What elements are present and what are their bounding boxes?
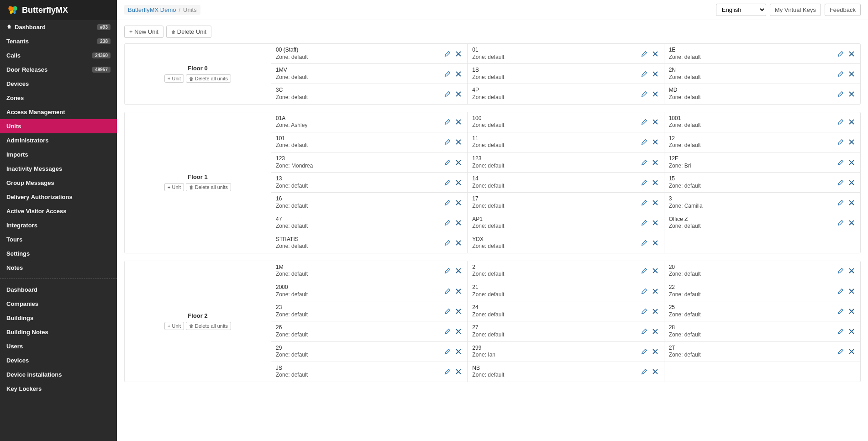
delete-unit-button[interactable] — [454, 239, 463, 247]
delete-unit-button[interactable] — [847, 307, 856, 315]
delete-unit-button[interactable] — [454, 368, 463, 376]
edit-unit-button[interactable] — [836, 70, 845, 78]
feedback-button[interactable]: Feedback — [825, 4, 861, 16]
edit-unit-button[interactable] — [443, 219, 452, 227]
sidebar-item-administrators[interactable]: Administrators — [0, 133, 117, 147]
edit-unit-button[interactable] — [836, 267, 845, 275]
sidebar-item-dashboard[interactable]: Dashboard — [0, 283, 117, 297]
delete-unit-button[interactable] — [454, 307, 463, 315]
sidebar-item-companies[interactable]: Companies — [0, 297, 117, 311]
delete-unit-button[interactable] — [651, 347, 659, 356]
language-select[interactable]: English — [716, 4, 766, 16]
delete-unit-button[interactable] — [454, 327, 463, 336]
delete-all-units-button[interactable]: Delete all units — [186, 322, 231, 330]
delete-unit-button[interactable] — [847, 178, 856, 187]
edit-unit-button[interactable] — [836, 199, 845, 207]
delete-unit-button[interactable] — [651, 327, 659, 336]
edit-unit-button[interactable] — [443, 347, 452, 356]
delete-unit-button[interactable] — [651, 158, 659, 167]
new-unit-button[interactable]: New Unit — [124, 26, 163, 38]
sidebar-item-door-releases[interactable]: Door Releases49957 — [0, 63, 117, 77]
edit-unit-button[interactable] — [443, 90, 452, 98]
delete-unit-button[interactable] — [454, 287, 463, 295]
delete-unit-button[interactable] — [847, 138, 856, 146]
edit-unit-button[interactable] — [836, 118, 845, 126]
delete-unit-button[interactable] — [651, 219, 659, 227]
my-virtual-keys-button[interactable]: My Virtual Keys — [770, 4, 821, 16]
delete-unit-button[interactable] — [454, 267, 463, 275]
delete-unit-button[interactable] — [847, 219, 856, 227]
edit-unit-button[interactable] — [443, 368, 452, 376]
sidebar-item-settings[interactable]: Settings — [0, 247, 117, 261]
delete-unit-button[interactable] — [651, 138, 659, 146]
delete-unit-button[interactable] — [847, 347, 856, 356]
sidebar-item-users[interactable]: Users — [0, 339, 117, 353]
edit-unit-button[interactable] — [640, 118, 648, 126]
edit-unit-button[interactable] — [836, 307, 845, 315]
edit-unit-button[interactable] — [836, 287, 845, 295]
delete-unit-button[interactable] — [847, 267, 856, 275]
delete-unit-button[interactable] — [454, 158, 463, 167]
sidebar-item-device-installations[interactable]: Device installations — [0, 368, 117, 382]
delete-unit-button[interactable] — [454, 199, 463, 207]
delete-unit-button[interactable] — [651, 118, 659, 126]
delete-unit-button[interactable] — [847, 50, 856, 58]
sidebar-item-group-messages[interactable]: Group Messages — [0, 176, 117, 190]
add-unit-button[interactable]: Unit — [164, 183, 184, 191]
edit-unit-button[interactable] — [836, 158, 845, 167]
sidebar-item-delivery-authorizations[interactable]: Delivery Authorizations — [0, 190, 117, 204]
delete-unit-button[interactable] — [454, 118, 463, 126]
edit-unit-button[interactable] — [640, 178, 648, 187]
edit-unit-button[interactable] — [443, 327, 452, 336]
edit-unit-button[interactable] — [640, 287, 648, 295]
edit-unit-button[interactable] — [640, 50, 648, 58]
sidebar-item-buildings[interactable]: Buildings — [0, 311, 117, 325]
edit-unit-button[interactable] — [443, 50, 452, 58]
edit-unit-button[interactable] — [836, 90, 845, 98]
edit-unit-button[interactable] — [836, 347, 845, 356]
edit-unit-button[interactable] — [640, 70, 648, 78]
edit-unit-button[interactable] — [640, 368, 648, 376]
delete-unit-button[interactable] — [847, 287, 856, 295]
sidebar-item-notes[interactable]: Notes — [0, 261, 117, 275]
sidebar-item-units[interactable]: Units — [0, 119, 117, 133]
edit-unit-button[interactable] — [836, 138, 845, 146]
edit-unit-button[interactable] — [640, 219, 648, 227]
sidebar-item-devices[interactable]: Devices — [0, 77, 117, 91]
delete-unit-button[interactable] — [454, 90, 463, 98]
sidebar-item-calls[interactable]: Calls24360 — [0, 48, 117, 63]
delete-unit-button[interactable] — [847, 70, 856, 78]
edit-unit-button[interactable] — [836, 178, 845, 187]
edit-unit-button[interactable] — [640, 138, 648, 146]
delete-unit-button[interactable] — [651, 307, 659, 315]
delete-unit-button[interactable] — [651, 239, 659, 247]
edit-unit-button[interactable] — [836, 219, 845, 227]
sidebar-item-tours[interactable]: Tours — [0, 232, 117, 247]
add-unit-button[interactable]: Unit — [164, 74, 184, 83]
edit-unit-button[interactable] — [640, 327, 648, 336]
edit-unit-button[interactable] — [443, 199, 452, 207]
edit-unit-button[interactable] — [443, 307, 452, 315]
sidebar-item-inactivity-messages[interactable]: Inactivity Messages — [0, 162, 117, 176]
delete-unit-button[interactable] — [847, 327, 856, 336]
delete-unit-button[interactable] — [651, 178, 659, 187]
delete-unit-button[interactable] — [651, 70, 659, 78]
edit-unit-button[interactable] — [640, 90, 648, 98]
edit-unit-button[interactable] — [443, 287, 452, 295]
sidebar-item-zones[interactable]: Zones — [0, 91, 117, 105]
delete-unit-button[interactable] — [454, 70, 463, 78]
edit-unit-button[interactable] — [443, 178, 452, 187]
delete-unit-button[interactable] — [847, 90, 856, 98]
delete-unit-button[interactable] — [651, 287, 659, 295]
edit-unit-button[interactable] — [443, 158, 452, 167]
sidebar-item-access-management[interactable]: Access Management — [0, 105, 117, 119]
delete-unit-button[interactable] — [847, 158, 856, 167]
delete-unit-button[interactable] — [847, 199, 856, 207]
delete-all-units-button[interactable]: Delete all units — [186, 74, 231, 83]
edit-unit-button[interactable] — [640, 239, 648, 247]
edit-unit-button[interactable] — [640, 158, 648, 167]
delete-unit-button[interactable] — [847, 118, 856, 126]
sidebar-item-integrators[interactable]: Integrators — [0, 218, 117, 232]
sidebar-item-tenants[interactable]: Tenants238 — [0, 34, 117, 48]
delete-unit-button[interactable] — [454, 219, 463, 227]
